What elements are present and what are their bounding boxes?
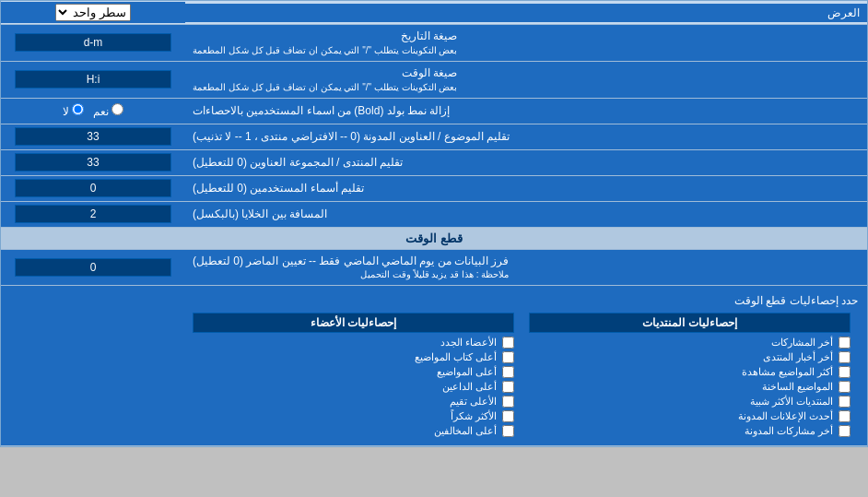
list-item[interactable]: المواضيع الساخنة [529,381,850,393]
bold-yes-radio[interactable] [111,103,123,115]
time-format-input[interactable] [15,70,170,89]
stat-checkbox-4[interactable] [839,381,850,393]
list-item[interactable]: أعلى المواضيع [193,366,514,378]
stat-label-1: أخر المشاركات [771,337,833,349]
section-label: العرض [185,4,867,22]
cell-spacing-input-area[interactable] [1,202,185,227]
bold-yes-label[interactable]: نعم [93,103,123,118]
time-format-row: صيغة الوقت بعض التكوينات يتطلب "/" التي … [1,62,867,99]
member-stat-checkbox-3[interactable] [502,366,514,378]
list-item[interactable]: الأكثر شكراً [193,410,514,422]
bold-no-label[interactable]: لا [63,103,84,118]
list-item[interactable]: الأعلى تقيم [193,396,514,408]
users-names-label: تقليم أسماء المستخدمين (0 للتعطيل) [185,176,867,201]
stat-checkbox-7[interactable] [839,425,850,437]
forum-stats-header: إحصاءليات المنتديات [529,313,850,333]
stat-label-6: أحدث الإعلانات المدونة [738,410,833,422]
forum-sort-input[interactable] [15,153,170,172]
bold-remove-radio-area[interactable]: نعم لا [1,99,185,124]
member-stat-checkbox-6[interactable] [502,410,514,422]
stat-label-2: أخر أخبار المنتدى [763,351,833,363]
users-names-input[interactable] [15,179,170,197]
member-stat-label-2: أعلى كتاب المواضيع [415,351,497,363]
list-item[interactable]: أخر مشاركات المدونة [529,425,850,437]
users-names-input-area[interactable] [1,176,185,201]
forum-sort-input-area[interactable] [1,150,185,175]
forum-stats-col: إحصاءليات المنتديات أخر المشاركات أخر أخ… [522,313,858,440]
list-item[interactable]: المنتديات الأكثر شبية [529,396,850,408]
topics-sort-input[interactable] [15,127,170,146]
stat-label-7: أخر مشاركات المدونة [745,425,833,437]
users-names-row: تقليم أسماء المستخدمين (0 للتعطيل) [1,176,867,202]
member-stat-label-5: الأعلى تقيم [450,396,497,408]
topics-sort-label: تقليم الموضوع / العناوين المدونة (0 -- ا… [185,124,867,149]
list-item[interactable]: أخر أخبار المنتدى [529,351,850,363]
list-item[interactable]: أخر المشاركات [529,337,850,349]
forum-sort-row: تقليم المنتدى / المجموعة العناوين (0 للت… [1,150,867,176]
member-stats-header: إحصاءليات الأعضاء [193,313,514,333]
cutoff-row: فرز البيانات من يوم الماضي الماضي فقط --… [1,250,867,287]
cutoff-input-area[interactable] [1,250,185,286]
member-stats-col: إحصاءليات الأعضاء الأعضاء الجدد أعلى كتا… [185,313,522,440]
list-item[interactable]: أعلى المخالفين [193,425,514,437]
cutoff-section-header: قطع الوقت [1,228,867,250]
stats-columns: إحصاءليات المنتديات أخر المشاركات أخر أخ… [10,313,858,440]
stat-checkbox-3[interactable] [839,366,850,378]
stat-label-3: أكثر المواضيع مشاهدة [742,366,833,378]
stat-checkbox-1[interactable] [839,337,850,349]
stat-label-4: المواضيع الساخنة [762,381,833,393]
cell-spacing-label: المسافة بين الخلايا (بالبكسل) [185,202,867,227]
forum-sort-label: تقليم المنتدى / المجموعة العناوين (0 للت… [185,150,867,175]
display-select-area[interactable]: سطر واحد سطران ثلاثة أسطر [1,2,185,23]
member-stat-label-6: الأكثر شكراً [451,410,497,422]
member-stat-checkbox-2[interactable] [502,351,514,363]
date-format-label: صيغة التاريخ بعض التكوينات يتطلب "/" الت… [185,25,867,61]
member-stat-checkbox-5[interactable] [502,396,514,408]
list-item[interactable]: أعلى الداعين [193,381,514,393]
member-stat-label-3: أعلى المواضيع [437,366,497,378]
time-format-input-area[interactable] [1,62,185,98]
stats-title: حدد إحصاءليات قطع الوقت [10,291,858,313]
member-stat-checkbox-1[interactable] [502,337,514,349]
date-format-input-area[interactable] [1,25,185,61]
list-item[interactable]: أحدث الإعلانات المدونة [529,410,850,422]
stat-checkbox-6[interactable] [839,410,850,422]
cutoff-input[interactable] [15,258,170,277]
date-format-input[interactable] [15,33,170,52]
bold-remove-label: إزالة نمط بولد (Bold) من اسماء المستخدمي… [185,99,867,124]
bold-remove-row: إزالة نمط بولد (Bold) من اسماء المستخدمي… [1,99,867,124]
stats-section: حدد إحصاءليات قطع الوقت إحصاءليات المنتد… [1,286,867,446]
stat-checkbox-2[interactable] [839,351,850,363]
topics-sort-input-area[interactable] [1,124,185,149]
topics-sort-row: تقليم الموضوع / العناوين المدونة (0 -- ا… [1,124,867,150]
cell-spacing-row: المسافة بين الخلايا (بالبكسل) [1,202,867,228]
list-item[interactable]: الأعضاء الجدد [193,337,514,349]
stat-label-5: المنتديات الأكثر شبية [750,396,833,408]
cell-spacing-input[interactable] [15,205,170,223]
right-stats-col [10,313,185,440]
member-stat-checkbox-4[interactable] [502,381,514,393]
member-stat-label-7: أعلى المخالفين [434,425,497,437]
time-format-label: صيغة الوقت بعض التكوينات يتطلب "/" التي … [185,62,867,98]
member-stat-label-1: الأعضاء الجدد [440,337,497,349]
cutoff-label: فرز البيانات من يوم الماضي الماضي فقط --… [185,250,867,286]
stat-checkbox-5[interactable] [839,396,850,408]
member-stat-label-4: أعلى الداعين [442,381,497,393]
date-format-row: صيغة التاريخ بعض التكوينات يتطلب "/" الت… [1,25,867,62]
bold-no-radio[interactable] [72,103,84,115]
list-item[interactable]: أكثر المواضيع مشاهدة [529,366,850,378]
display-dropdown[interactable]: سطر واحد سطران ثلاثة أسطر [55,4,131,21]
list-item[interactable]: أعلى كتاب المواضيع [193,351,514,363]
member-stat-checkbox-7[interactable] [502,425,514,437]
